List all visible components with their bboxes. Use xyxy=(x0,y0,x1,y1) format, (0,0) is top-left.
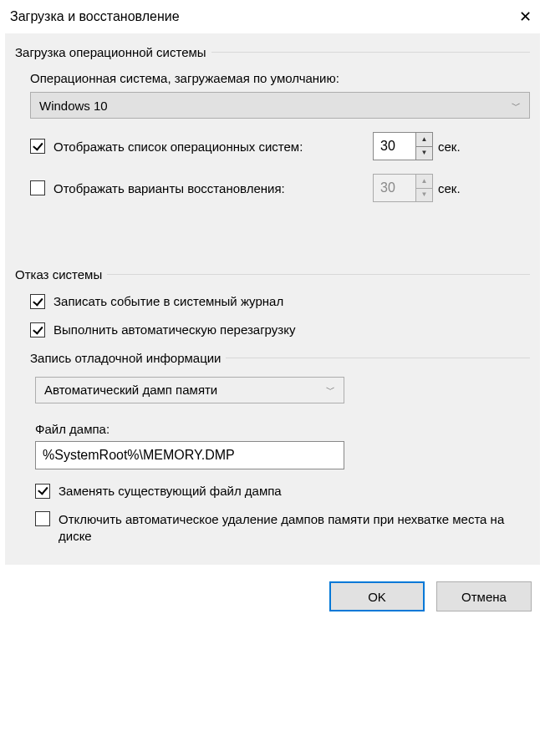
window-title: Загрузка и восстановление xyxy=(10,9,180,24)
dump-file-input[interactable]: %SystemRoot%\MEMORY.DMP xyxy=(35,441,344,469)
default-os-label: Операционная система, загружаемая по умо… xyxy=(30,71,530,85)
overwrite-checkbox[interactable] xyxy=(35,484,50,499)
close-icon[interactable]: ✕ xyxy=(516,9,535,24)
chevron-down-icon: ﹀ xyxy=(512,99,521,112)
show-recovery-seconds-input xyxy=(374,175,415,201)
group-debug-info: Запись отладочной информации Автоматичес… xyxy=(30,351,530,545)
dump-type-value: Автоматический дамп памяти xyxy=(44,383,217,397)
default-os-select[interactable]: Windows 10 ﹀ xyxy=(30,92,530,119)
group-debug-info-label: Запись отладочной информации xyxy=(30,351,221,365)
show-os-list-suffix: сек. xyxy=(438,140,461,154)
dump-type-select[interactable]: Автоматический дамп памяти ﹀ xyxy=(35,377,344,403)
divider xyxy=(107,274,530,275)
dialog-content: Загрузка операционной системы Операционн… xyxy=(5,33,540,565)
group-failure-label: Отказ системы xyxy=(15,267,102,282)
divider xyxy=(211,52,530,53)
chevron-down-icon: ﹀ xyxy=(326,383,335,396)
title-bar: Загрузка и восстановление ✕ xyxy=(0,0,545,33)
spin-up-icon: ▲ xyxy=(416,175,432,189)
spin-down-icon[interactable]: ▼ xyxy=(416,147,432,160)
spin-up-icon[interactable]: ▲ xyxy=(416,133,432,147)
spin-down-icon: ▼ xyxy=(416,189,432,202)
dump-file-label: Файл дампа: xyxy=(35,422,530,436)
divider xyxy=(226,358,530,358)
show-os-list-label: Отображать список операционных систем: xyxy=(53,140,303,154)
disable-auto-delete-label: Отключить автоматическое удаление дампов… xyxy=(59,511,530,545)
show-os-list-checkbox[interactable] xyxy=(30,139,45,154)
log-event-label: Записать событие в системный журнал xyxy=(53,293,530,310)
cancel-button[interactable]: Отмена xyxy=(436,581,532,611)
auto-restart-checkbox[interactable] xyxy=(30,322,45,337)
show-recovery-suffix: сек. xyxy=(438,181,461,195)
show-recovery-label: Отображать варианты восстановления: xyxy=(53,181,285,195)
show-os-list-seconds-input[interactable] xyxy=(374,133,415,160)
show-os-list-seconds[interactable]: ▲ ▼ xyxy=(373,132,433,160)
button-bar: OK Отмена xyxy=(0,565,545,622)
group-failure: Отказ системы Записать событие в системн… xyxy=(5,256,540,565)
default-os-value: Windows 10 xyxy=(39,99,108,113)
disable-auto-delete-checkbox[interactable] xyxy=(35,511,50,526)
ok-button[interactable]: OK xyxy=(329,581,425,611)
overwrite-label: Заменять существующий файл дампа xyxy=(59,483,530,500)
auto-restart-label: Выполнить автоматическую перезагрузку xyxy=(53,322,530,338)
group-startup: Загрузка операционной системы Операционн… xyxy=(5,33,540,217)
dump-file-value: %SystemRoot%\MEMORY.DMP xyxy=(43,448,235,463)
group-startup-label: Загрузка операционной системы xyxy=(15,45,206,59)
show-recovery-checkbox[interactable] xyxy=(30,180,45,195)
show-recovery-seconds: ▲ ▼ xyxy=(373,174,433,202)
log-event-checkbox[interactable] xyxy=(30,294,45,309)
